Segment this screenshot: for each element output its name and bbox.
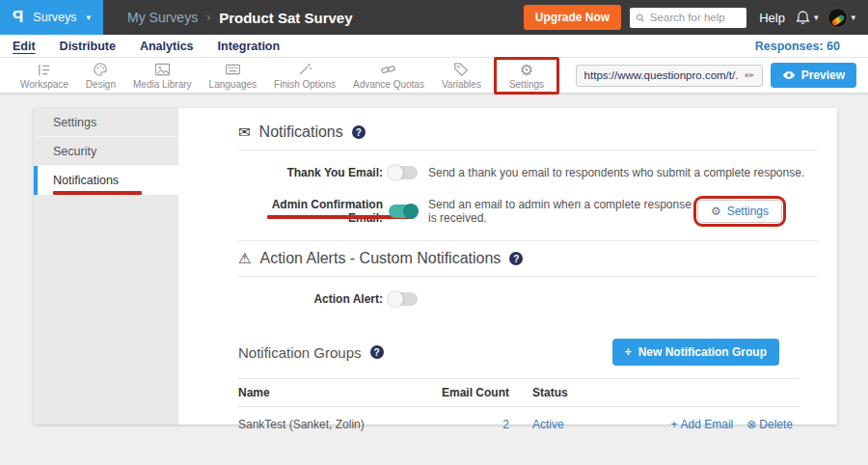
warning-triangle-icon: ⚠	[238, 250, 251, 267]
surveys-menu-label: Surveys	[33, 11, 76, 24]
toolbar-media-library[interactable]: Media Library	[124, 62, 201, 90]
action-alerts-section-header: ⚠ Action Alerts - Custom Notifications ?	[238, 250, 818, 267]
admin-email-settings-button[interactable]: ⚙ Settings	[697, 200, 782, 223]
table-row: SankTest (Sanket, Zolin) 2 Active +Add E…	[238, 407, 799, 442]
help-icon[interactable]: ?	[352, 125, 366, 139]
toolbar-design-label: Design	[86, 79, 116, 90]
toolbar-settings-label: Settings	[509, 79, 544, 90]
sidebar-item-notifications[interactable]: Notifications	[34, 166, 178, 195]
preview-button[interactable]: Preview	[771, 63, 856, 88]
toolbar-advance-quotas[interactable]: Advance Quotas	[344, 62, 433, 90]
toolbar-finish-options[interactable]: Finish Options	[265, 62, 344, 90]
tab-integration[interactable]: Integration	[218, 40, 281, 53]
surveys-app-menu[interactable]: P Surveys ▾	[0, 0, 103, 35]
settings-annotation-box: ⚙ Settings	[494, 57, 559, 95]
chevron-down-icon: ▾	[814, 13, 819, 22]
plus-icon: +	[625, 345, 632, 359]
tab-edit[interactable]: Edit	[13, 40, 36, 53]
survey-url-text: https://www.questionpro.com/t/.	[584, 69, 739, 81]
gear-icon: ⚙	[520, 62, 533, 78]
column-header-email-count: Email Count	[422, 386, 509, 399]
toolbar-finish-options-label: Finish Options	[274, 79, 336, 90]
topbar: P Surveys ▾ My Surveys › Product Sat Sur…	[0, 0, 868, 35]
action-alert-label: Action Alert:	[238, 292, 383, 306]
settings-button-annotation-box: ⚙ Settings	[693, 196, 786, 227]
breadcrumb-survey-title: Product Sat Survey	[219, 10, 352, 26]
survey-url-field[interactable]: https://www.questionpro.com/t/. ✏	[576, 65, 763, 87]
help-search-box[interactable]	[630, 8, 746, 28]
toolbar-workspace-label: Workspace	[20, 79, 68, 90]
action-alerts-title: Action Alerts - Custom Notifications	[259, 250, 501, 267]
admin-confirmation-email-toggle[interactable]	[389, 205, 418, 218]
toolbar-variables-label: Variables	[442, 79, 481, 90]
group-actions: +Add Email ⊗Delete	[635, 418, 799, 431]
add-email-link[interactable]: +Add Email	[671, 418, 734, 431]
upgrade-now-button[interactable]: Upgrade Now	[524, 5, 621, 30]
tab-analytics[interactable]: Analytics	[140, 40, 194, 53]
breadcrumb-my-surveys[interactable]: My Surveys	[127, 10, 198, 25]
delete-label: Delete	[759, 418, 793, 431]
divider	[238, 276, 818, 277]
action-alert-toggle[interactable]	[389, 292, 418, 306]
questionpro-logo-icon: P	[13, 8, 23, 27]
edit-toolbar: Workspace Design Media Library Languages…	[0, 58, 868, 94]
sidebar-item-settings[interactable]: Settings	[34, 108, 178, 137]
responses-count[interactable]: Responses: 60	[755, 40, 840, 53]
toolbar-advance-quotas-label: Advance Quotas	[353, 79, 424, 90]
group-email-count-link[interactable]: 2	[422, 418, 509, 431]
column-header-name: Name	[238, 386, 422, 399]
workspace-icon	[36, 62, 52, 78]
toolbar-variables[interactable]: Variables	[433, 62, 490, 90]
toolbar-settings[interactable]: ⚙ Settings	[501, 62, 553, 90]
account-menu-button[interactable]: ▾	[827, 8, 855, 28]
notifications-bell-button[interactable]: ▾	[795, 10, 819, 26]
column-header-status: Status	[509, 386, 635, 399]
sidebar-item-security[interactable]: Security	[34, 137, 178, 166]
thank-you-email-toggle[interactable]	[389, 166, 418, 179]
delete-circle-icon: ⊗	[746, 418, 756, 431]
action-alert-row: Action Alert:	[238, 288, 818, 310]
toolbar-workspace[interactable]: Workspace	[12, 62, 77, 90]
thank-you-email-description: Send a thank you email to respondents wh…	[428, 166, 804, 179]
magic-wand-icon	[297, 62, 312, 78]
help-icon[interactable]: ?	[370, 345, 384, 359]
divider	[238, 240, 818, 241]
edit-pencil-icon[interactable]: ✏	[745, 69, 753, 82]
group-status-link[interactable]: Active	[509, 418, 635, 431]
search-icon	[636, 13, 645, 23]
tag-icon	[453, 62, 469, 78]
thank-you-email-label: Thank You Email:	[238, 166, 383, 179]
new-notification-group-button[interactable]: + New Notification Group	[612, 339, 779, 366]
toolbar-media-library-label: Media Library	[133, 79, 192, 90]
chain-links-icon	[380, 62, 396, 78]
avatar	[827, 8, 848, 28]
preview-button-label: Preview	[801, 68, 845, 82]
chevron-down-icon: ▾	[87, 13, 92, 22]
envelope-icon: ✉	[238, 123, 251, 141]
plus-icon: +	[671, 418, 678, 431]
delete-link[interactable]: ⊗Delete	[746, 418, 793, 431]
admin-confirmation-email-row: Admin Confirmation Email: Send an email …	[238, 196, 818, 227]
notifications-annotation-underline	[53, 191, 142, 195]
notification-groups-table: Name Email Count Status SankTest (Sanket…	[238, 378, 799, 442]
eye-icon	[782, 70, 796, 80]
toolbar-languages-label: Languages	[209, 79, 258, 90]
gear-icon: ⚙	[711, 205, 721, 218]
help-search-input[interactable]	[650, 12, 741, 23]
sidebar-item-notifications-label: Notifications	[53, 174, 119, 187]
divider	[238, 150, 818, 150]
keyboard-icon	[225, 62, 241, 78]
image-icon	[154, 62, 171, 78]
bell-icon	[795, 10, 811, 26]
thank-you-email-row: Thank You Email: Send a thank you email …	[238, 162, 818, 183]
help-link[interactable]: Help	[759, 11, 785, 25]
tab-distribute[interactable]: Distribute	[60, 40, 116, 53]
help-icon[interactable]: ?	[509, 252, 523, 265]
survey-nav-tabs: Edit Distribute Analytics Integration Re…	[0, 35, 868, 58]
notification-groups-title: Notification Groups	[238, 344, 362, 361]
toolbar-languages[interactable]: Languages	[201, 62, 266, 90]
toolbar-design[interactable]: Design	[77, 62, 124, 90]
notification-groups-header: Notification Groups ? + New Notification…	[238, 339, 818, 366]
breadcrumb: My Surveys › Product Sat Survey	[127, 10, 353, 26]
group-name: SankTest (Sanket, Zolin)	[238, 418, 422, 431]
